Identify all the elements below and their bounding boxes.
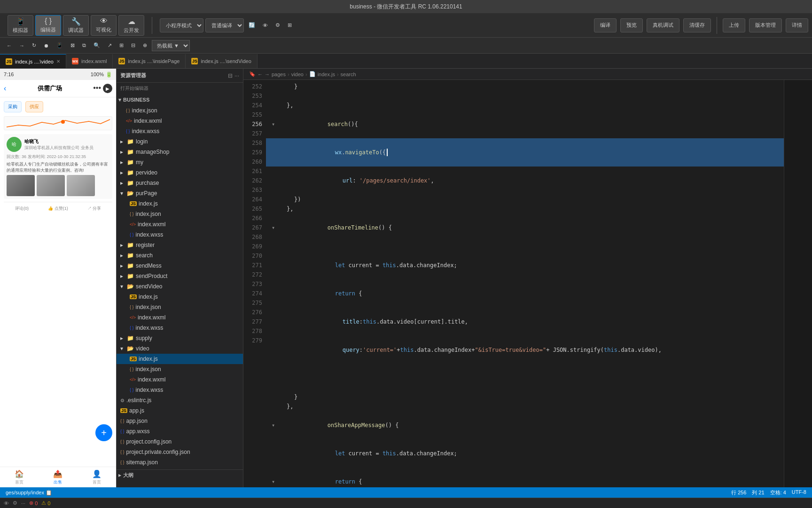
- tab-2[interactable]: wx index.wxml: [66, 54, 113, 68]
- tree-item-appjs[interactable]: JS app.js: [117, 405, 243, 416]
- tree-collapse-btn[interactable]: ⊟: [228, 72, 233, 79]
- tab-1[interactable]: JS index.js ....\video ✕: [0, 54, 66, 68]
- tree-item-projectconfig[interactable]: { } project.config.json: [117, 437, 243, 447]
- record-button[interactable]: ⏺: [41, 42, 52, 49]
- nav-back-icon[interactable]: ←: [258, 71, 263, 77]
- phone-header: ‹ 供需广场 ••• ▶: [0, 80, 116, 97]
- tree-folder-login[interactable]: ▸ 📁 login: [117, 136, 243, 147]
- tree-item-sendvideo-indexwxss[interactable]: { } index.wxss: [117, 323, 243, 333]
- nav-forward-icon[interactable]: →: [265, 71, 270, 77]
- tree-item-purpage-indexjs[interactable]: JS index.js: [117, 198, 243, 209]
- back-button[interactable]: ←: [4, 42, 15, 49]
- fold-271[interactable]: ▾: [272, 421, 279, 430]
- tree-item-purpage-indexwxml[interactable]: </> index.wxml: [117, 219, 243, 230]
- compile-select[interactable]: 普通编译: [205, 18, 244, 32]
- outline-section[interactable]: ▸ 大纲: [117, 469, 243, 481]
- open-editor-section[interactable]: 打开始编辑器: [117, 83, 243, 94]
- tree-folder-purchase[interactable]: ▸ 📁 purchase: [117, 178, 243, 188]
- tree-folder-purpage[interactable]: ▾ 📂 purPage: [117, 188, 243, 198]
- details-label: 详情: [792, 22, 802, 28]
- tree-folder-sendproduct[interactable]: ▸ 📁 sendProduct: [117, 271, 243, 281]
- hotreload-select[interactable]: 热载截 ▼: [152, 40, 190, 51]
- tree-item-sitemap[interactable]: { } sitemap.json: [117, 457, 243, 468]
- js-icon-sendvideo: JS: [130, 294, 137, 299]
- tab-3[interactable]: JS index.js ....\insidePage: [113, 54, 186, 68]
- grid2-button[interactable]: ⊟: [128, 41, 138, 49]
- tree-folder-register[interactable]: ▸ 📁 register: [117, 240, 243, 250]
- tree-item-video-indexjson[interactable]: { } index.json: [117, 364, 243, 374]
- upload-button[interactable]: 上传: [723, 18, 745, 32]
- tree-item-appwxss[interactable]: { } app.wxss: [117, 426, 243, 437]
- settings-button[interactable]: ⚙: [273, 21, 283, 29]
- fold-255[interactable]: ▾: [272, 119, 279, 129]
- forward-button[interactable]: →: [16, 42, 27, 49]
- tree-item-video-indexwxml[interactable]: </> index.wxml: [117, 374, 243, 385]
- realtest-button[interactable]: 真机调试: [647, 18, 679, 32]
- cloud-icon: ☁: [128, 17, 135, 26]
- tab-4[interactable]: JS index.js ....\sendVideo: [186, 54, 257, 68]
- nav-home[interactable]: 🏠 首页: [0, 467, 39, 487]
- cursor-button[interactable]: ↗: [105, 41, 115, 49]
- category-supply[interactable]: 供应: [25, 101, 43, 112]
- business-root[interactable]: ▾ BUSINESS: [117, 94, 243, 105]
- tree-folder-my[interactable]: ▸ 📁 my: [117, 157, 243, 167]
- file-copy-icon[interactable]: 📋: [46, 490, 52, 495]
- nav-publish[interactable]: 📤 出售: [39, 467, 77, 487]
- scan-button[interactable]: ⊠: [68, 41, 78, 49]
- debugger-label: 调试器: [68, 27, 84, 34]
- grid-button[interactable]: ⊞: [117, 41, 126, 49]
- tree-item-sendvideo-indexwxml[interactable]: </> index.wxml: [117, 312, 243, 323]
- clearcache-button[interactable]: 清缓存: [683, 18, 711, 32]
- tree-item-appjson[interactable]: { } app.json: [117, 416, 243, 426]
- compile-button[interactable]: 编译: [594, 18, 617, 32]
- code-content[interactable]: } }, ▾ search(){ wx.navigateTo({: [266, 80, 784, 487]
- simulator-button[interactable]: 📱 模拟器: [8, 15, 33, 36]
- share-btn[interactable]: ↗ 分享: [76, 204, 112, 213]
- mode-select[interactable]: 小程序模式: [160, 18, 203, 32]
- tree-folder-search[interactable]: ▸ 📁 search: [117, 250, 243, 261]
- preview-button[interactable]: 预览: [620, 18, 643, 32]
- tree-item-eslintrc[interactable]: ⚙ .eslintrc.js: [117, 395, 243, 405]
- tree-folder-pervideo[interactable]: ▸ 📁 pervideo: [117, 167, 243, 178]
- tree-folder-sendvideo[interactable]: ▾ 📂 sendVideo: [117, 281, 243, 292]
- search-btn[interactable]: 🔍: [91, 41, 103, 49]
- fold-260[interactable]: ▾: [272, 223, 279, 232]
- version-button[interactable]: 版本管理: [749, 18, 782, 32]
- tree-item-indexwxml[interactable]: </> index.wxml: [117, 116, 243, 126]
- eye-button[interactable]: 👁: [260, 22, 271, 29]
- tree-item-sendvideo-indexjs[interactable]: JS index.js: [117, 292, 243, 302]
- reload-button[interactable]: ↻: [29, 41, 39, 49]
- tree-item-purpage-indexwxss[interactable]: { } index.wxss: [117, 230, 243, 240]
- layers-button[interactable]: ⊞: [285, 21, 295, 29]
- visual-button[interactable]: 👁 可视化: [91, 15, 117, 36]
- add-button[interactable]: +: [95, 424, 112, 441]
- editor-button[interactable]: { } 编辑器: [35, 15, 61, 36]
- tree-folder-video[interactable]: ▾ 📂 video: [117, 343, 243, 354]
- tree-item-indexjson[interactable]: { } index.json: [117, 105, 243, 116]
- tree-item-indexwxss[interactable]: { } index.wxss: [117, 126, 243, 136]
- arrow-button[interactable]: ⊕: [140, 41, 150, 49]
- fold-253: [272, 91, 279, 101]
- tab-1-close[interactable]: ✕: [56, 59, 60, 64]
- nav-profile[interactable]: 👤 首页: [78, 467, 116, 487]
- copy-button[interactable]: ⧉: [79, 41, 89, 49]
- details-button[interactable]: 详情: [786, 18, 808, 32]
- tree-item-sendvideo-indexjson[interactable]: { } index.json: [117, 302, 243, 312]
- tree-item-projectprivate[interactable]: { } project.private.config.json: [117, 447, 243, 457]
- phone-button[interactable]: 📱: [54, 41, 66, 49]
- refresh-button[interactable]: 🔄: [246, 21, 258, 29]
- phone-header-icons: ••• ▶: [93, 84, 112, 93]
- tree-more-btn[interactable]: ···: [234, 72, 239, 79]
- tree-item-purpage-indexjson[interactable]: { } index.json: [117, 209, 243, 219]
- tree-item-video-indexjs[interactable]: JS index.js: [117, 354, 243, 364]
- debugger-button[interactable]: 🔧 调试器: [63, 15, 89, 36]
- like-btn[interactable]: 👍 点赞(1): [40, 204, 76, 213]
- tree-folder-manageshop[interactable]: ▸ 📁 manageShop: [117, 147, 243, 157]
- tree-item-video-indexwxss[interactable]: { } index.wxss: [117, 385, 243, 395]
- fold-273[interactable]: ▾: [272, 477, 279, 486]
- tree-folder-sendmess[interactable]: ▸ 📁 sendMess: [117, 261, 243, 271]
- category-purchase[interactable]: 采购: [4, 101, 22, 112]
- cloud-button[interactable]: ☁ 云开发: [118, 15, 144, 36]
- comment-btn[interactable]: 评论(0): [4, 204, 40, 213]
- tree-folder-supply[interactable]: ▸ 📁 supply: [117, 333, 243, 343]
